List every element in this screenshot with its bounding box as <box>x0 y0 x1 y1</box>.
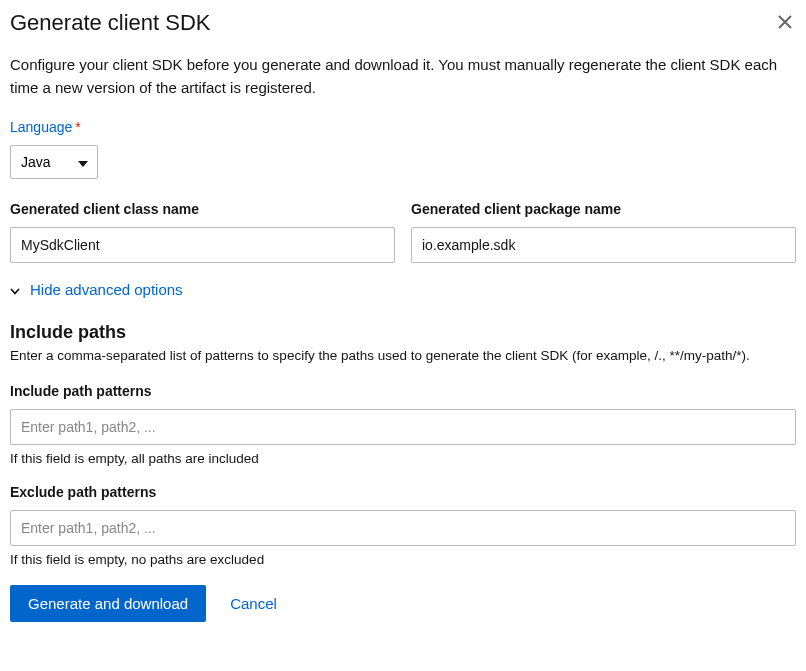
include-patterns-input[interactable] <box>10 409 796 445</box>
include-patterns-label: Include path patterns <box>10 383 796 399</box>
class-name-label: Generated client class name <box>10 201 395 217</box>
cancel-button[interactable]: Cancel <box>224 585 283 622</box>
package-name-label: Generated client package name <box>411 201 796 217</box>
exclude-patterns-label: Exclude path patterns <box>10 484 796 500</box>
dialog-description: Configure your client SDK before you gen… <box>10 54 796 99</box>
exclude-patterns-helper: If this field is empty, no paths are exc… <box>10 552 796 567</box>
language-label: Language* <box>10 119 796 135</box>
include-paths-description: Enter a comma-separated list of patterns… <box>10 348 796 363</box>
exclude-patterns-input[interactable] <box>10 510 796 546</box>
generate-download-button[interactable]: Generate and download <box>10 585 206 622</box>
include-paths-title: Include paths <box>10 322 796 343</box>
language-select[interactable]: Java <box>10 145 98 179</box>
chevron-down-icon <box>10 281 20 298</box>
close-icon[interactable] <box>774 10 796 34</box>
package-name-input[interactable] <box>411 227 796 263</box>
class-name-input[interactable] <box>10 227 395 263</box>
required-indicator: * <box>75 119 80 135</box>
advanced-options-toggle[interactable]: Hide advanced options <box>10 281 183 298</box>
dialog-title: Generate client SDK <box>10 10 211 36</box>
include-patterns-helper: If this field is empty, all paths are in… <box>10 451 796 466</box>
